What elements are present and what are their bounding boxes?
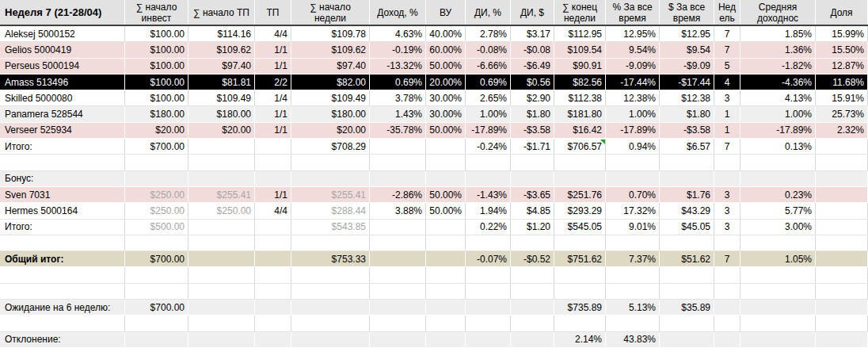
cell[interactable]: 3 bbox=[714, 220, 740, 235]
cell[interactable]: -9.09% bbox=[606, 59, 660, 74]
cell[interactable]: $250.00 bbox=[125, 203, 188, 218]
row-label[interactable]: Perseus 5000194 bbox=[0, 59, 125, 74]
header-col-di-pct[interactable]: ДИ, % bbox=[466, 0, 511, 25]
cell[interactable]: $109.54 bbox=[554, 42, 606, 57]
cell[interactable]: $20.00 bbox=[291, 123, 370, 138]
cell[interactable]: 4.13% bbox=[740, 90, 816, 105]
cell[interactable] bbox=[426, 251, 466, 266]
cell[interactable] bbox=[255, 139, 291, 154]
cell[interactable]: -17.89% bbox=[606, 123, 660, 138]
cell[interactable] bbox=[188, 171, 255, 186]
cell[interactable]: 50.00% bbox=[426, 203, 466, 218]
cell[interactable]: 3 bbox=[714, 203, 740, 218]
cell[interactable]: $543.85 bbox=[291, 220, 370, 235]
row-label[interactable] bbox=[0, 235, 125, 250]
cell[interactable]: 4 bbox=[714, 75, 740, 90]
cell[interactable]: 17.32% bbox=[606, 203, 660, 218]
cell[interactable] bbox=[466, 300, 511, 315]
cell[interactable]: $100.00 bbox=[125, 75, 188, 90]
cell[interactable]: $751.62 bbox=[554, 251, 606, 266]
cell[interactable]: $6.57 bbox=[660, 139, 714, 154]
cell[interactable]: 0.22% bbox=[466, 220, 511, 235]
cell[interactable]: $180.00 bbox=[125, 106, 188, 121]
cell[interactable]: 7 bbox=[714, 251, 740, 266]
cell[interactable] bbox=[714, 284, 740, 299]
row-label[interactable]: Amass 513496 bbox=[0, 75, 125, 90]
cell[interactable] bbox=[816, 332, 868, 347]
cell[interactable]: 5 bbox=[714, 59, 740, 74]
cell[interactable]: 1/1 bbox=[255, 123, 291, 138]
cell[interactable]: $251.76 bbox=[554, 187, 606, 202]
cell[interactable] bbox=[740, 235, 816, 250]
cell[interactable]: $735.89 bbox=[554, 300, 606, 315]
cell[interactable] bbox=[511, 284, 554, 299]
cell[interactable] bbox=[466, 235, 511, 250]
cell[interactable]: 1/4 bbox=[255, 90, 291, 105]
cell[interactable]: 0.69% bbox=[370, 75, 426, 90]
cell[interactable]: 12.38% bbox=[606, 90, 660, 105]
cell[interactable]: 1/1 bbox=[255, 187, 291, 202]
cell[interactable] bbox=[370, 284, 426, 299]
cell[interactable] bbox=[188, 267, 255, 282]
cell[interactable] bbox=[291, 332, 370, 347]
cell[interactable]: $700.00 bbox=[125, 300, 188, 315]
cell[interactable] bbox=[740, 315, 816, 331]
cell[interactable]: -17.89% bbox=[740, 123, 816, 138]
cell[interactable] bbox=[606, 235, 660, 250]
cell[interactable]: -1.82% bbox=[740, 59, 816, 74]
cell[interactable] bbox=[740, 332, 816, 347]
header-col-pct-alltime[interactable]: % За все время bbox=[606, 0, 660, 25]
cell[interactable] bbox=[714, 155, 740, 170]
cell[interactable]: 1.43% bbox=[370, 106, 426, 121]
cell[interactable] bbox=[816, 284, 868, 299]
row-label[interactable] bbox=[0, 155, 125, 170]
cell[interactable] bbox=[816, 267, 868, 282]
cell[interactable] bbox=[291, 284, 370, 299]
cell[interactable]: $35.89 bbox=[660, 300, 714, 315]
cell[interactable] bbox=[125, 267, 188, 282]
cell[interactable]: $3.17 bbox=[511, 26, 554, 41]
cell[interactable]: $20.00 bbox=[188, 123, 255, 138]
cell[interactable]: $288.44 bbox=[291, 203, 370, 218]
cell[interactable] bbox=[606, 284, 660, 299]
cell[interactable] bbox=[816, 251, 868, 266]
cell[interactable]: $100.00 bbox=[125, 42, 188, 57]
cell[interactable] bbox=[660, 267, 714, 282]
cell[interactable] bbox=[511, 267, 554, 282]
cell[interactable]: 43.83% bbox=[606, 332, 660, 347]
cell[interactable]: $43.29 bbox=[660, 203, 714, 218]
row-label[interactable]: Aleksej 5000152 bbox=[0, 26, 125, 41]
cell[interactable]: -1.43% bbox=[466, 187, 511, 202]
cell[interactable] bbox=[740, 284, 816, 299]
cell[interactable]: -$17.44 bbox=[660, 75, 714, 90]
cell[interactable] bbox=[255, 315, 291, 331]
cell[interactable]: $700.00 bbox=[125, 251, 188, 266]
cell[interactable] bbox=[255, 235, 291, 250]
cell[interactable]: $109.49 bbox=[291, 90, 370, 105]
cell[interactable]: 1.36% bbox=[740, 42, 816, 57]
cell[interactable] bbox=[370, 267, 426, 282]
cell[interactable]: -13.32% bbox=[370, 59, 426, 74]
cell[interactable]: 4/4 bbox=[255, 203, 291, 218]
cell[interactable] bbox=[188, 251, 255, 266]
cell[interactable] bbox=[426, 139, 466, 154]
cell[interactable]: 5.13% bbox=[606, 300, 660, 315]
cell[interactable]: $82.00 bbox=[291, 75, 370, 90]
cell[interactable]: 2.32% bbox=[816, 123, 868, 138]
cell[interactable]: 0.94% bbox=[606, 139, 660, 154]
cell[interactable]: 7 bbox=[714, 139, 740, 154]
header-col-tp[interactable]: ТП bbox=[255, 0, 291, 25]
cell[interactable]: $100.00 bbox=[125, 90, 188, 105]
cell[interactable] bbox=[816, 139, 868, 154]
cell[interactable] bbox=[188, 139, 255, 154]
cell[interactable]: 15.91% bbox=[816, 90, 868, 105]
cell[interactable]: -$0.52 bbox=[511, 251, 554, 266]
cell[interactable] bbox=[125, 155, 188, 170]
cell[interactable] bbox=[255, 251, 291, 266]
cell[interactable] bbox=[291, 235, 370, 250]
cell[interactable]: $45.05 bbox=[660, 220, 714, 235]
cell[interactable] bbox=[466, 315, 511, 331]
cell[interactable] bbox=[554, 155, 606, 170]
cell[interactable] bbox=[660, 155, 714, 170]
cell[interactable] bbox=[426, 235, 466, 250]
